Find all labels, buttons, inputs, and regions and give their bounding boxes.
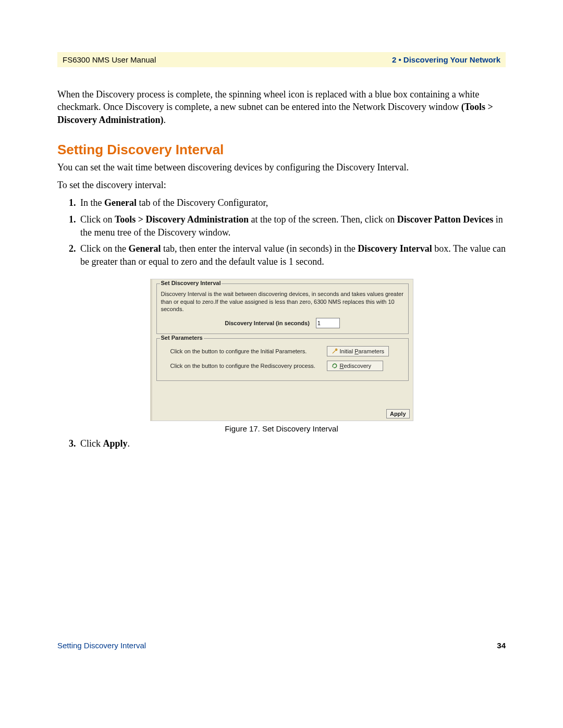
bold-text: Discover Patton Devices: [397, 214, 494, 225]
text: box.: [432, 243, 453, 254]
text: ediscovery: [344, 363, 371, 369]
text: .: [163, 115, 166, 125]
mnemonic: P: [354, 348, 358, 354]
step-3: Click Apply.: [78, 437, 506, 450]
dialog-screenshot: Set Discovery Interval Discovery Interva…: [150, 279, 413, 421]
interval-label: Discovery Interval (in seconds): [225, 320, 310, 326]
rediscovery-button[interactable]: Rediscovery: [327, 361, 383, 371]
bold-text: Apply: [103, 438, 128, 449]
bold-text: General: [104, 198, 137, 208]
text: Click on the: [80, 243, 129, 254]
text: When the Discovery process is complete, …: [57, 89, 479, 112]
page-number: 34: [497, 641, 506, 650]
initial-parameters-row: Click on the button to configure the Ini…: [170, 346, 404, 356]
bold-text: General: [129, 243, 161, 254]
footer-section-title: Setting Discovery Interval: [57, 641, 146, 650]
text: Click: [80, 438, 103, 449]
rediscovery-row: Click on the button to configure the Red…: [170, 361, 404, 371]
interval-info-text: Discovery Interval is the wait between d…: [161, 290, 404, 313]
bold-text: Discovery Interval: [358, 243, 432, 254]
page-header: FS6300 NMS User Manual 2 • Discovering Y…: [57, 52, 506, 67]
set-discovery-interval-group: Set Discovery Interval Discovery Interva…: [156, 283, 409, 334]
group-legend: Set Discovery Interval: [160, 280, 222, 286]
wrench-icon: [332, 348, 338, 354]
manual-title: FS6300 NMS User Manual: [63, 55, 156, 64]
row-label: Click on the button to configure the Ini…: [170, 348, 316, 354]
text: at the top of the screen. Then, click on: [249, 214, 397, 225]
text: tab, then enter the interval value (in s…: [161, 243, 358, 254]
interval-row: Discovery Interval (in seconds): [161, 318, 404, 328]
document-page: FS6300 NMS User Manual 2 • Discovering Y…: [0, 0, 563, 676]
text: Initial: [340, 348, 355, 354]
discovery-interval-input[interactable]: [316, 318, 340, 328]
text: .: [128, 438, 130, 449]
page-footer: Setting Discovery Interval 34: [57, 641, 506, 650]
figure-caption: Figure 17. Set Discovery Interval: [57, 424, 506, 433]
refresh-icon: [332, 363, 338, 369]
apply-button[interactable]: Apply: [386, 409, 410, 418]
step-2: Click on the General tab, then enter the…: [78, 242, 506, 268]
group-legend: Set Parameters: [160, 335, 204, 341]
steps-list: In the General tab of the Discovery Conf…: [57, 196, 506, 268]
text: arameters: [359, 348, 385, 354]
text: In the: [80, 198, 104, 208]
button-label: Initial Parameters: [340, 348, 385, 354]
step-1: In the General tab of the Discovery Conf…: [78, 196, 506, 209]
section-intro: You can set the wait time between discov…: [57, 161, 506, 174]
button-label: Rediscovery: [340, 363, 372, 369]
bold-text: Tools > Discovery Administration: [115, 214, 249, 225]
apply-row: Apply: [152, 383, 413, 421]
text: tab of the Discovery Configurator,: [137, 198, 268, 208]
section-lead: To set the discovery interval:: [57, 179, 506, 191]
intro-paragraph: When the Discovery process is complete, …: [57, 88, 506, 126]
steps-list-cont: Click Apply.: [57, 437, 506, 450]
set-parameters-group: Set Parameters Click on the button to co…: [156, 338, 409, 381]
step-1b: Click on Tools > Discovery Administratio…: [78, 213, 506, 239]
initial-parameters-button[interactable]: Initial Parameters: [327, 346, 389, 356]
row-label: Click on the button to configure the Red…: [170, 363, 316, 369]
text: Click on: [80, 214, 115, 225]
section-heading: Setting Discovery Interval: [57, 142, 506, 158]
chapter-title: 2 • Discovering Your Network: [392, 55, 500, 64]
figure-17: Set Discovery Interval Discovery Interva…: [57, 279, 506, 433]
